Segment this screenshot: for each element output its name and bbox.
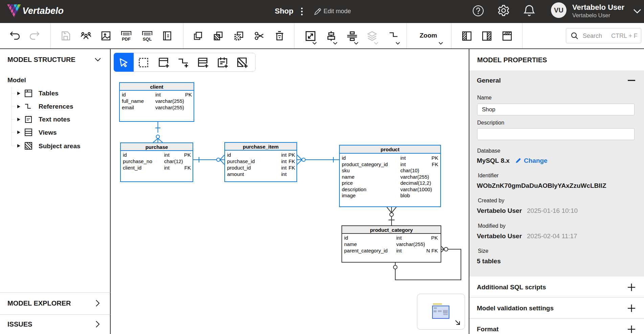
svg-text:SQL: SQL bbox=[143, 37, 152, 42]
svg-text:PDF: PDF bbox=[122, 37, 131, 42]
